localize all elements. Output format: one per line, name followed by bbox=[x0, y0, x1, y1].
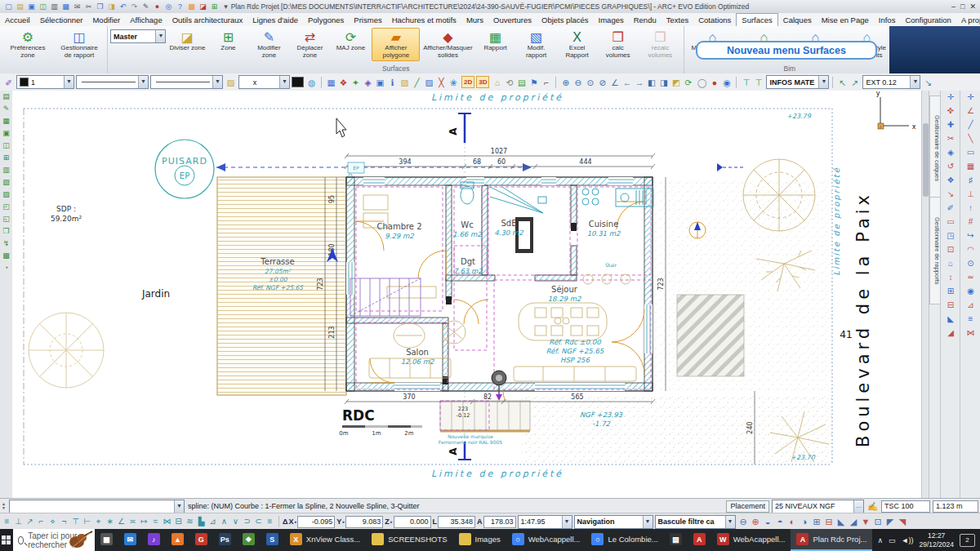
menu-tab[interactable]: Polygones bbox=[303, 13, 349, 26]
menu-tab[interactable]: Textes bbox=[662, 13, 693, 26]
quick-access-icon[interactable]: ● bbox=[152, 2, 163, 11]
quick-access-icon[interactable]: ✂ bbox=[83, 2, 94, 11]
left-toolbar-icon[interactable]: ◔ bbox=[4, 264, 8, 276]
quick-access-icon[interactable]: ? bbox=[175, 2, 185, 11]
maximize-icon[interactable]: □ bbox=[960, 2, 964, 11]
right-toolbar-icon[interactable]: ◠ bbox=[967, 245, 974, 259]
left-toolbar-icon[interactable]: ▧ bbox=[2, 178, 10, 190]
status-right-toolbar[interactable]: ⊖⊕◒◓◐◑⊞⊟◣◢▼⊡◤◥ bbox=[737, 517, 909, 527]
snap-icon[interactable]: ⊂ bbox=[253, 517, 264, 527]
status-icon[interactable]: ⊞ bbox=[811, 517, 823, 527]
scale-dropdown[interactable]: 1:47.95▼ bbox=[518, 515, 572, 529]
minimize-icon[interactable]: – bbox=[951, 2, 956, 11]
status-icon[interactable]: ▼ bbox=[860, 517, 872, 527]
right-toolbar-icon[interactable]: ⊡ bbox=[947, 245, 954, 259]
taskbar-item[interactable]: Ps bbox=[213, 529, 237, 551]
quick-access-icon[interactable]: ❐ bbox=[95, 2, 105, 11]
snap-icon[interactable]: ⊤ bbox=[70, 517, 81, 527]
ribbon-button[interactable]: ◆ Afficher/Masquer solides bbox=[421, 28, 474, 61]
status-icon[interactable]: ⊟ bbox=[823, 517, 835, 527]
afficher-polygone-button[interactable]: ▰ Afficher polygone bbox=[372, 28, 420, 61]
snap-icon[interactable]: ≡ bbox=[2, 517, 12, 527]
status-icon[interactable]: ◥ bbox=[897, 517, 909, 527]
status-icon[interactable]: ◣ bbox=[835, 517, 848, 527]
taskbar-item[interactable]: S bbox=[261, 529, 284, 551]
toolbar-icon[interactable]: ✦ bbox=[350, 78, 362, 87]
clock[interactable]: 12:2729/12/2024 bbox=[919, 531, 954, 548]
menu-tab[interactable]: Objets placés bbox=[537, 13, 594, 26]
quick-access-icon[interactable]: ▣ bbox=[26, 2, 37, 11]
toolbar-icon[interactable]: ⟲ bbox=[503, 78, 515, 87]
snap-icon[interactable]: ⊢ bbox=[82, 517, 92, 527]
right-toolbar-icon[interactable]: # bbox=[969, 217, 973, 231]
length-field[interactable]: 35.348 bbox=[438, 516, 475, 528]
zoom-icon[interactable]: ⟳ bbox=[682, 78, 694, 87]
taskbar-item[interactable]: ♪ bbox=[142, 529, 166, 551]
menu-tab[interactable]: Infos bbox=[874, 13, 901, 26]
quick-access-icon[interactable]: ✎ bbox=[140, 2, 151, 11]
quick-access-icon[interactable]: ▢ bbox=[3, 2, 14, 11]
ext-dropdown[interactable]: EXT 0.12▼ bbox=[862, 75, 920, 89]
hatch-icon[interactable]: ▨ bbox=[225, 78, 237, 87]
quick-access-icon[interactable]: ◫ bbox=[38, 2, 48, 11]
zoom-icon[interactable]: ⊙ bbox=[584, 78, 596, 87]
taskbar-item[interactable]: A bbox=[688, 529, 711, 551]
distance-field[interactable]: 1.123 m bbox=[933, 500, 978, 513]
toolbar-icon[interactable]: ❀ bbox=[448, 78, 460, 87]
taskbar-item[interactable]: W WebAcappell... bbox=[711, 529, 791, 551]
ribbon-button[interactable]: ⚙ Préférences zone bbox=[2, 28, 53, 61]
menu-tab[interactable]: Prismes bbox=[349, 13, 386, 26]
snap-icon[interactable]: ¬ bbox=[59, 517, 69, 527]
menu-tab[interactable]: Modifier bbox=[87, 13, 125, 26]
right-toolbar-icon[interactable]: ⊞ bbox=[947, 287, 954, 300]
display-icon[interactable]: ▭ bbox=[889, 536, 896, 544]
snap-toolbar[interactable]: ≡⊥↗⌐⋄¬⊤⊢⌖∗∠≍↦≈⋈⊟≋▙⊿∧∨⊃⊂≡ bbox=[2, 517, 275, 527]
menu-tab[interactable]: Cotations bbox=[693, 13, 736, 26]
snap-icon[interactable]: ⊥ bbox=[13, 517, 24, 527]
taskbar-item[interactable]: ✉ bbox=[118, 529, 142, 551]
quick-access-icon[interactable]: ▩ bbox=[186, 2, 197, 11]
right-toolbar-icon[interactable]: ◈ bbox=[947, 148, 954, 162]
menu-tab[interactable]: Sélectionner bbox=[35, 13, 88, 26]
right-toolbar-icon[interactable]: ↕ bbox=[949, 273, 953, 287]
zoom-icon[interactable]: ⊘ bbox=[596, 78, 608, 87]
wand-icon[interactable]: ✐ bbox=[2, 78, 15, 87]
toolbar-icon[interactable]: ◯ bbox=[696, 78, 708, 87]
snap-icon[interactable]: ∨ bbox=[230, 517, 241, 527]
left-toolbar-icon[interactable]: ▨ bbox=[2, 190, 10, 202]
right-toolbar-icon[interactable]: ⊿ bbox=[967, 300, 973, 314]
ribbon-button[interactable]: ▧ Modif. rapport bbox=[516, 28, 557, 61]
y-coordinate[interactable]: 9.083 bbox=[345, 516, 383, 528]
left-toolbar-icon[interactable]: ❐ bbox=[2, 227, 9, 239]
left-toolbar-icon[interactable]: ✎ bbox=[3, 104, 10, 117]
zoom-icon[interactable]: → bbox=[633, 78, 645, 87]
right-toolbar-icon[interactable]: ✚ bbox=[947, 120, 954, 134]
right-toolbar-icon[interactable]: ↑ bbox=[969, 203, 973, 217]
toolbar-icon[interactable]: ▣ bbox=[374, 78, 386, 87]
arrow-icon[interactable]: ↘ bbox=[922, 78, 934, 87]
taskbar-item[interactable]: G bbox=[189, 529, 213, 551]
right-toolbar-icon[interactable]: ⊟ bbox=[947, 300, 954, 314]
quick-access-icon[interactable]: ⊞ bbox=[209, 2, 220, 11]
menu-tab[interactable]: Calques bbox=[778, 13, 817, 26]
ribbon-button[interactable]: ✎ Modifier zone bbox=[248, 28, 289, 61]
menu-tab[interactable]: Rendu bbox=[629, 13, 662, 26]
toolbar-icon[interactable]: ⌂ bbox=[491, 78, 503, 87]
toolbar-icon[interactable]: ⌐ bbox=[540, 78, 552, 87]
menu-tab[interactable]: Images bbox=[594, 13, 629, 26]
zoom-icon[interactable]: ← bbox=[621, 78, 633, 87]
right-toolbar-icon[interactable]: ↺ bbox=[947, 162, 954, 176]
start-button[interactable] bbox=[0, 529, 13, 551]
taskbar-item[interactable]: X XnView Class... bbox=[284, 529, 366, 551]
right-toolbar-icon[interactable]: ✛ bbox=[967, 92, 973, 106]
status-icon[interactable]: ◤ bbox=[884, 517, 897, 527]
toolbar-icon[interactable]: ● bbox=[708, 78, 720, 87]
status-icon[interactable]: ◐ bbox=[786, 517, 799, 527]
menu-tab[interactable]: A propos bbox=[956, 13, 980, 26]
snap-icon[interactable]: ▙ bbox=[196, 517, 207, 527]
toolbar-icon[interactable]: ◉ bbox=[720, 78, 733, 87]
taskbar-item[interactable]: Images bbox=[453, 529, 506, 551]
left-toolbar-icon[interactable]: ↯ bbox=[3, 239, 10, 251]
left-toolbar-icon[interactable]: ⊞ bbox=[3, 153, 10, 166]
ribbon-button[interactable]: ⇄ Déplacer zone bbox=[289, 28, 330, 61]
